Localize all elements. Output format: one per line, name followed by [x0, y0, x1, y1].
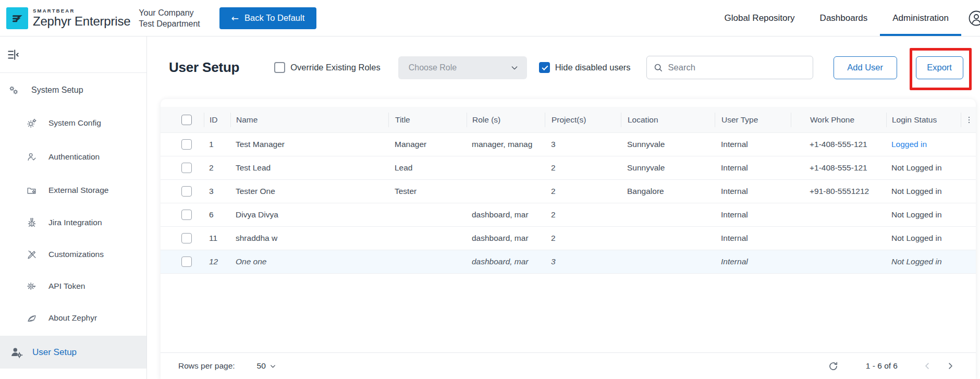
folder-gear-icon	[26, 185, 38, 196]
cell-location: Bangalore	[621, 187, 715, 196]
column-header-roles: Role (s)	[467, 113, 545, 127]
column-header-work-phone: Work Phone	[791, 113, 886, 127]
feather-icon	[26, 312, 38, 324]
nav-global-repository[interactable]: Global Repository	[712, 0, 807, 36]
search-box	[646, 56, 813, 79]
cell-projects: 2	[545, 210, 621, 219]
chevron-right-icon[interactable]	[946, 361, 955, 371]
cell-work-phone: +1-408-555-121	[791, 140, 886, 149]
search-input[interactable]	[668, 63, 793, 72]
sidebar-item-label: Authentication	[48, 152, 100, 162]
column-header-location: Location	[621, 113, 715, 127]
override-existing-roles-label: Override Existing Roles	[290, 63, 380, 72]
cell-roles: dashboard, mar	[467, 257, 545, 266]
row-checkbox[interactable]	[181, 233, 192, 243]
table-footer: Rows per page: 50 1 - 6 of 6	[161, 352, 976, 379]
chevron-left-icon[interactable]	[923, 361, 932, 371]
column-header-title: Title	[388, 113, 467, 127]
pencil-ruler-icon	[26, 249, 38, 260]
sidebar-item-system-config[interactable]: System Config	[0, 113, 146, 133]
brand-text: SMARTBEAR Zephyr Enterprise	[33, 8, 130, 28]
column-header-login-status: Login Status	[886, 113, 961, 127]
cell-roles: dashboard, mar	[467, 210, 545, 219]
table-row[interactable]: 3 Tester One Tester 2 Bangalore Internal…	[161, 180, 976, 203]
row-checkbox[interactable]	[181, 256, 192, 267]
table-row[interactable]: 1 Test Manager Manager manager, manag 3 …	[161, 133, 976, 156]
nav-administration[interactable]: Administration	[880, 0, 961, 36]
table-row[interactable]: 11 shraddha w dashboard, mar 2 Internal …	[161, 227, 976, 250]
cell-login-status[interactable]: Logged in	[886, 140, 961, 149]
gear-cog-icon	[26, 117, 38, 129]
sidebar-item-authentication[interactable]: Authentication	[0, 146, 146, 167]
override-existing-roles-checkbox[interactable]	[274, 62, 285, 73]
rows-per-page-label: Rows per page:	[178, 361, 235, 371]
table-row[interactable]: 6 Divya Divya dashboard, mar 2 Internal …	[161, 203, 976, 227]
sidebar-item-user-setup[interactable]: User Setup	[0, 336, 146, 369]
nav-dashboards[interactable]: Dashboards	[807, 0, 880, 36]
gear-key-icon	[26, 280, 38, 292]
department-name: Test Department	[139, 18, 200, 29]
cell-location: Sunnyvale	[621, 163, 715, 173]
row-checkbox[interactable]	[181, 210, 192, 220]
cell-name: One one	[230, 257, 388, 266]
export-button[interactable]: Export	[916, 56, 963, 79]
main-content: User Setup Override Existing Roles Choos…	[148, 36, 980, 379]
cell-name: Test Lead	[230, 163, 388, 173]
sidebar-item-label: About Zephyr	[48, 313, 97, 323]
table-row[interactable]: 2 Test Lead Lead 2 Sunnyvale Internal +1…	[161, 156, 976, 180]
cell-login-status: Not Logged in	[886, 257, 961, 266]
export-button-wrap: Export	[916, 56, 963, 79]
sidebar-item-api-token[interactable]: API Token	[0, 276, 146, 297]
cell-login-status: Not Logged in	[886, 210, 961, 219]
pagination: 1 - 6 of 6	[828, 361, 955, 372]
sidebar-item-label: API Token	[48, 282, 85, 291]
cell-user-type: Internal	[715, 210, 791, 219]
cell-work-phone: +1-408-555-121	[791, 163, 886, 173]
row-checkbox[interactable]	[181, 163, 192, 173]
search-icon	[653, 63, 663, 72]
cell-roles: manager, manag	[467, 140, 545, 149]
sidebar-item-label: External Storage	[48, 186, 108, 195]
cell-title: Tester	[388, 187, 467, 196]
collapse-sidebar-icon[interactable]	[6, 48, 20, 62]
sidebar-item-about-zephyr[interactable]: About Zephyr	[0, 308, 146, 328]
sidebar-collapse-row	[0, 36, 146, 73]
row-checkbox[interactable]	[181, 186, 192, 197]
top-bar: SMARTBEAR Zephyr Enterprise Your Company…	[0, 0, 980, 36]
cell-login-status: Not Logged in	[886, 234, 961, 243]
table-row[interactable]: 12 One one dashboard, mar 3 Internal Not…	[161, 250, 976, 274]
page-title: User Setup	[169, 59, 239, 76]
sidebar-item-external-storage[interactable]: External Storage	[0, 180, 146, 201]
choose-role-dropdown[interactable]: Choose Role	[398, 56, 527, 79]
back-to-default-button[interactable]: ← Back To Default	[219, 7, 317, 29]
cell-id: 1	[204, 140, 230, 149]
cell-login-status: Not Logged in	[886, 187, 961, 196]
cell-projects: 2	[545, 234, 621, 243]
vertical-dots-icon	[964, 115, 974, 125]
brand-smartbear: SMARTBEAR	[33, 8, 130, 14]
refresh-icon[interactable]	[828, 361, 839, 372]
select-all-checkbox[interactable]	[181, 115, 192, 125]
rows-per-page-select[interactable]: 50	[257, 361, 276, 371]
zephyr-feather-icon	[9, 10, 25, 26]
user-check-icon	[26, 151, 38, 163]
brand-product: Zephyr Enterprise	[33, 15, 130, 28]
company-department: Your Company Test Department	[139, 7, 200, 29]
top-nav: Global Repository Dashboards Administrat…	[712, 0, 961, 36]
cell-title: Manager	[388, 140, 467, 149]
cell-projects: 3	[545, 257, 621, 266]
cell-user-type: Internal	[715, 187, 791, 196]
hide-disabled-users-checkbox[interactable]	[539, 62, 550, 73]
column-header-projects: Project(s)	[545, 113, 621, 127]
bug-icon	[26, 217, 38, 228]
sidebar-item-customizations[interactable]: Customizations	[0, 244, 146, 265]
cell-id: 12	[204, 257, 230, 266]
column-options-menu[interactable]	[961, 113, 976, 127]
sidebar-item-jira-integration[interactable]: Jira Integration	[0, 212, 146, 233]
user-avatar[interactable]	[969, 10, 980, 26]
sidebar-section-system-setup[interactable]: System Setup	[0, 80, 146, 101]
row-checkbox[interactable]	[181, 139, 192, 150]
add-user-button[interactable]: Add User	[834, 56, 897, 79]
cell-name: Divya Divya	[230, 210, 388, 219]
cell-user-type: Internal	[715, 257, 791, 266]
